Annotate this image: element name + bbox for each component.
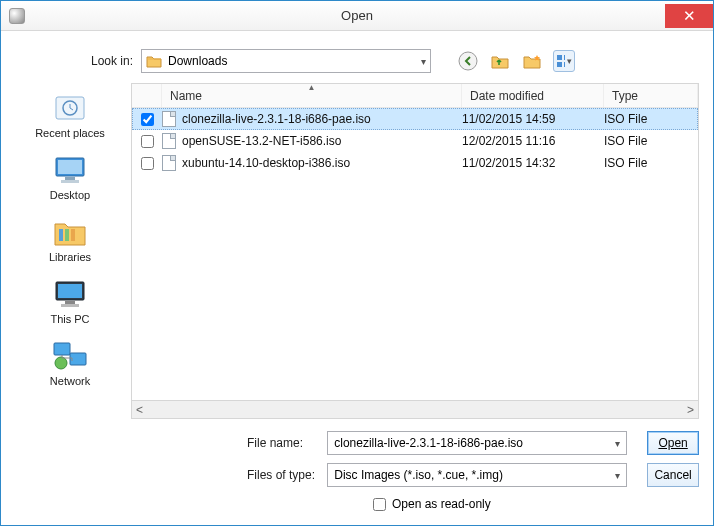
readonly-checkbox[interactable] (373, 498, 386, 511)
svg-rect-13 (71, 229, 75, 241)
new-folder-icon (522, 52, 542, 70)
place-libraries[interactable]: Libraries (15, 211, 125, 267)
horizontal-scrollbar[interactable]: < > (131, 401, 699, 419)
network-icon (51, 339, 89, 373)
place-label: Network (50, 375, 90, 387)
readonly-label: Open as read-only (392, 497, 491, 511)
file-name: clonezilla-live-2.3.1-18-i686-pae.iso (182, 112, 371, 126)
place-recent[interactable]: Recent places (15, 87, 125, 143)
svg-rect-9 (65, 177, 75, 180)
open-button[interactable]: Open (647, 431, 699, 455)
file-checkbox[interactable] (141, 113, 154, 126)
place-label: Recent places (35, 127, 105, 139)
column-date-header[interactable]: Date modified (462, 84, 604, 107)
file-icon (162, 155, 176, 171)
svg-rect-1 (557, 55, 562, 60)
this-pc-icon (51, 277, 89, 311)
cancel-button[interactable]: Cancel (647, 463, 699, 487)
back-button[interactable] (457, 50, 479, 72)
view-menu-button[interactable]: ▾ (553, 50, 575, 72)
file-list: Name ▲ Date modified Type clonezilla-liv… (131, 83, 699, 401)
folder-icon (146, 54, 162, 68)
chevron-down-icon: ▾ (567, 56, 572, 66)
up-one-level-button[interactable] (489, 50, 511, 72)
close-icon: ✕ (683, 7, 696, 25)
column-headers: Name ▲ Date modified Type (132, 84, 698, 108)
window-title: Open (341, 8, 373, 23)
filename-input[interactable]: clonezilla-live-2.3.1-18-i686-pae.iso ▾ (327, 431, 627, 455)
place-network[interactable]: Network (15, 335, 125, 391)
svg-rect-10 (61, 180, 79, 183)
chevron-down-icon: ▾ (615, 438, 620, 449)
column-type-header[interactable]: Type (604, 84, 698, 107)
filename-label: File name: (247, 436, 317, 450)
svg-point-20 (55, 357, 67, 369)
place-this-pc[interactable]: This PC (15, 273, 125, 329)
file-date: 11/02/2015 14:59 (462, 112, 555, 126)
file-icon (162, 133, 176, 149)
lookin-combobox[interactable]: Downloads ▾ (141, 49, 431, 73)
place-label: Libraries (49, 251, 91, 263)
chevron-down-icon: ▾ (615, 470, 620, 481)
file-checkbox[interactable] (141, 157, 154, 170)
lookin-label: Look in: (91, 54, 133, 68)
recent-places-icon (51, 91, 89, 125)
svg-rect-16 (65, 301, 75, 304)
svg-rect-4 (564, 62, 565, 67)
sort-asc-icon: ▲ (308, 83, 316, 92)
file-type: ISO File (604, 134, 647, 148)
titlebar: Open ✕ (1, 1, 713, 31)
file-icon (162, 111, 176, 127)
place-label: This PC (50, 313, 89, 325)
file-row[interactable]: openSUSE-13.2-NET-i586.iso12/02/2015 11:… (132, 130, 698, 152)
svg-point-0 (459, 52, 477, 70)
filter-label: Files of type: (247, 468, 317, 482)
column-name-header[interactable]: Name ▲ (162, 84, 462, 107)
svg-rect-8 (58, 160, 82, 174)
filename-value: clonezilla-live-2.3.1-18-i686-pae.iso (334, 436, 523, 450)
svg-rect-2 (564, 55, 565, 60)
scroll-right-icon: > (687, 403, 694, 417)
file-row[interactable]: xubuntu-14.10-desktop-i386.iso11/02/2015… (132, 152, 698, 174)
svg-rect-11 (59, 229, 63, 241)
svg-rect-18 (54, 343, 70, 355)
scroll-left-icon: < (136, 403, 143, 417)
column-checkbox[interactable] (132, 84, 162, 107)
places-sidebar: Recent places Desktop Libraries This PC … (15, 83, 125, 511)
svg-rect-3 (557, 62, 562, 67)
new-folder-button[interactable] (521, 50, 543, 72)
view-menu-icon (556, 54, 565, 68)
file-name: openSUSE-13.2-NET-i586.iso (182, 134, 341, 148)
app-icon (9, 8, 25, 24)
lookin-value: Downloads (168, 54, 227, 68)
file-type: ISO File (604, 112, 647, 126)
desktop-icon (51, 153, 89, 187)
libraries-icon (51, 215, 89, 249)
svg-rect-15 (58, 284, 82, 298)
file-name: xubuntu-14.10-desktop-i386.iso (182, 156, 350, 170)
chevron-down-icon: ▾ (421, 56, 426, 67)
file-date: 11/02/2015 14:32 (462, 156, 555, 170)
svg-rect-12 (65, 229, 69, 241)
file-type: ISO File (604, 156, 647, 170)
svg-rect-17 (61, 304, 79, 307)
filter-value: Disc Images (*.iso, *.cue, *.img) (334, 468, 503, 482)
file-row[interactable]: clonezilla-live-2.3.1-18-i686-pae.iso11/… (132, 108, 698, 130)
place-label: Desktop (50, 189, 90, 201)
up-folder-icon (490, 52, 510, 70)
close-button[interactable]: ✕ (665, 4, 713, 28)
place-desktop[interactable]: Desktop (15, 149, 125, 205)
file-date: 12/02/2015 11:16 (462, 134, 555, 148)
back-icon (458, 51, 478, 71)
filter-combobox[interactable]: Disc Images (*.iso, *.cue, *.img) ▾ (327, 463, 627, 487)
file-checkbox[interactable] (141, 135, 154, 148)
